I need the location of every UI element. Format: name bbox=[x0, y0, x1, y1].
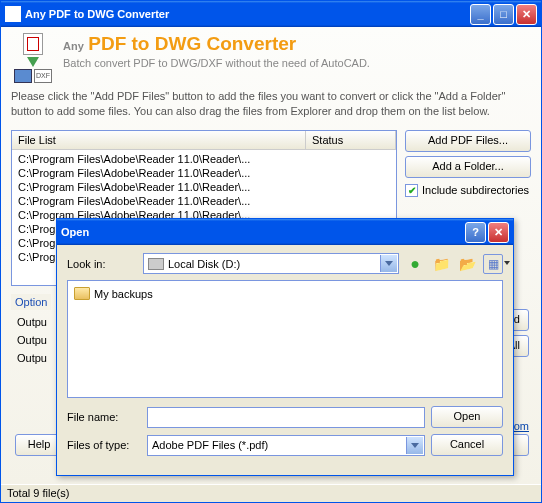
chevron-down-icon[interactable] bbox=[406, 437, 423, 454]
open-button[interactable]: Open bbox=[431, 406, 503, 428]
chevron-down-icon[interactable] bbox=[380, 255, 397, 272]
pdf-icon bbox=[23, 33, 43, 55]
include-subdirs-checkbox[interactable]: ✔ bbox=[405, 184, 418, 197]
window-title: Any PDF to DWG Converter bbox=[25, 8, 468, 20]
new-folder-icon[interactable]: 📂 bbox=[457, 254, 477, 274]
drive-icon bbox=[148, 258, 164, 270]
dialog-help-button[interactable]: ? bbox=[465, 222, 486, 243]
files-of-type-value: Adobe PDF Files (*.pdf) bbox=[152, 439, 268, 451]
look-in-label: Look in: bbox=[67, 258, 137, 270]
dwg-icon bbox=[14, 69, 32, 83]
files-of-type-combo[interactable]: Adobe PDF Files (*.pdf) bbox=[147, 435, 425, 456]
maximize-button[interactable]: □ bbox=[493, 4, 514, 25]
open-dialog: Open ? ✕ Look in: Local Disk (D:) ● 📁 📂 … bbox=[56, 218, 514, 476]
header-main: PDF to DWG Converter bbox=[88, 33, 296, 54]
look-in-value: Local Disk (D:) bbox=[168, 258, 240, 270]
cancel-button[interactable]: Cancel bbox=[431, 434, 503, 456]
include-subdirs-row[interactable]: ✔ Include subdirectories bbox=[405, 184, 531, 197]
file-browser-area[interactable]: My backups bbox=[67, 280, 503, 398]
app-icon bbox=[5, 6, 21, 22]
header-subtitle: Batch convert PDF to DWG/DXF without the… bbox=[63, 57, 370, 69]
col-status[interactable]: Status bbox=[306, 131, 396, 149]
dxf-icon: DXF bbox=[34, 69, 52, 83]
options-label: Option bbox=[11, 294, 51, 310]
folder-icon bbox=[74, 287, 90, 300]
dialog-body: Look in: Local Disk (D:) ● 📁 📂 ▦ My back… bbox=[57, 245, 513, 475]
list-item[interactable]: C:\Program Files\Adobe\Reader 11.0\Reade… bbox=[16, 152, 392, 166]
files-of-type-label: Files of type: bbox=[67, 439, 141, 451]
folder-label: My backups bbox=[94, 288, 153, 300]
header-text: Any PDF to DWG Converter Batch convert P… bbox=[63, 33, 370, 69]
file-name-input[interactable] bbox=[147, 407, 425, 428]
header-area: DXF Any PDF to DWG Converter Batch conve… bbox=[11, 33, 531, 83]
nav-icons: ● 📁 📂 ▦ bbox=[405, 254, 503, 274]
folder-item[interactable]: My backups bbox=[74, 287, 496, 300]
add-pdf-files-button[interactable]: Add PDF Files... bbox=[405, 130, 531, 152]
col-file-list[interactable]: File List bbox=[12, 131, 306, 149]
close-button[interactable]: ✕ bbox=[516, 4, 537, 25]
dialog-close-button[interactable]: ✕ bbox=[488, 222, 509, 243]
list-header: File List Status bbox=[12, 131, 396, 150]
minimize-button[interactable]: _ bbox=[470, 4, 491, 25]
add-folder-button[interactable]: Add a Folder... bbox=[405, 156, 531, 178]
arrow-down-icon bbox=[27, 57, 39, 67]
view-menu-icon[interactable]: ▦ bbox=[483, 254, 503, 274]
list-item[interactable]: C:\Program Files\Adobe\Reader 11.0\Reade… bbox=[16, 180, 392, 194]
dialog-titlebar: Open ? ✕ bbox=[57, 219, 513, 245]
status-bar: Total 9 file(s) bbox=[1, 484, 541, 502]
back-icon[interactable]: ● bbox=[405, 254, 425, 274]
include-subdirs-label: Include subdirectories bbox=[422, 184, 529, 196]
header-prefix: Any bbox=[63, 40, 84, 52]
file-name-label: File name: bbox=[67, 411, 141, 423]
header-icons: DXF bbox=[11, 33, 55, 83]
look-in-combo[interactable]: Local Disk (D:) bbox=[143, 253, 399, 274]
list-item[interactable]: C:\Program Files\Adobe\Reader 11.0\Reade… bbox=[16, 166, 392, 180]
instructions-text: Please click the "Add PDF Files" button … bbox=[11, 89, 531, 120]
main-titlebar: Any PDF to DWG Converter _ □ ✕ bbox=[1, 1, 541, 27]
up-one-level-icon[interactable]: 📁 bbox=[431, 254, 451, 274]
dialog-title: Open bbox=[61, 226, 463, 238]
list-item[interactable]: C:\Program Files\Adobe\Reader 11.0\Reade… bbox=[16, 194, 392, 208]
